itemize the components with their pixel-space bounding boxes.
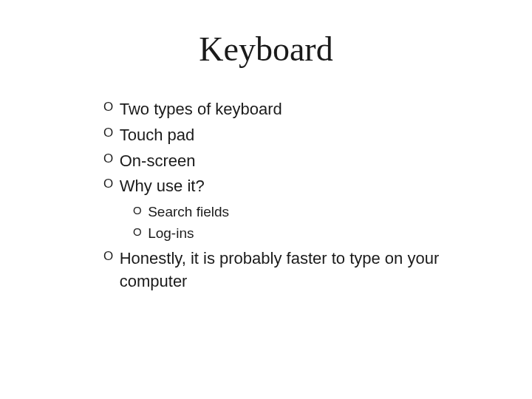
bullet-icon: O [103,150,114,168]
slide-content: O Two types of keyboard O Touch pad O On… [0,98,532,293]
bullet-text: Touch pad [120,124,195,147]
bullet-text: Two types of keyboard [120,98,282,121]
list-item: O Why use it? [103,175,488,198]
bullet-text: Log-ins [148,224,194,244]
list-item: O Touch pad [103,124,488,147]
sublist: O Search fields O Log-ins [103,202,488,243]
bullet-text: Search fields [148,202,229,222]
bullet-icon: O [103,175,114,193]
list-item: O Two types of keyboard [103,98,488,121]
list-item: O Honestly, it is probably faster to typ… [103,248,488,293]
list-item: O Log-ins [133,224,488,244]
bullet-text: Why use it? [120,175,205,198]
list-item: O Search fields [133,202,488,222]
slide: Keyboard O Two types of keyboard O Touch… [0,0,532,399]
bullet-text: Honestly, it is probably faster to type … [120,248,488,293]
bullet-icon: O [103,248,114,265]
bullet-text: On-screen [120,150,196,173]
slide-title: Keyboard [0,30,532,69]
bullet-icon: O [103,124,114,142]
list-item: O On-screen [103,150,488,173]
bullet-icon: O [103,98,114,116]
bullet-icon: O [133,224,142,239]
bullet-icon: O [133,202,142,218]
